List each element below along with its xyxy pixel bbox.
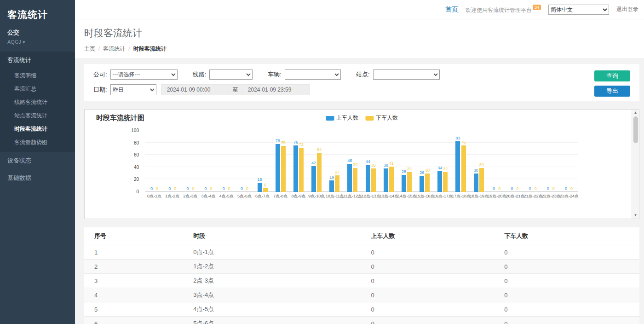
breadcrumb-separator: / [128,46,130,52]
breadcrumb-home[interactable]: 主页 [84,46,95,52]
table-cell: 1 [84,245,190,260]
bar-group: 4264 [308,131,326,192]
breadcrumb-section[interactable]: 客流统计 [103,46,125,52]
date-preset-select[interactable]: 昨日 [110,84,156,95]
bar-value-label: 38 [384,163,388,168]
org-name: 公交 [7,29,68,37]
home-link[interactable]: 首页 [445,6,458,14]
table-row: 32点-3点00 [84,274,639,288]
sidebar-subitem[interactable]: 站点客流统计 [0,109,75,122]
bar-value-label: 75 [281,140,286,145]
bar-value-label: 0 [192,186,194,191]
sidebar-subitem[interactable]: 时段客流统计 [0,122,75,136]
bar-value-label: 0 [186,186,189,191]
x-axis: 0点-1点1点-2点2点-3点3点-4点4点-5点5点-6点6点-7点7点-8点… [145,193,578,199]
sidebar-item-base-data[interactable]: 基础数据 [0,169,75,187]
x-axis-label: 10点-11点 [326,193,344,199]
sidebar-item-passenger-stats[interactable]: 客流统计 [0,52,75,69]
table-row: 43点-4点00 [84,288,639,302]
logout-link[interactable]: 退出登录 [616,6,638,13]
table-cell: 3 [84,274,190,288]
table-cell: 0点-1点 [190,245,367,260]
org-profile[interactable]: 公交 AQGJ ▾ [0,23,75,52]
bar [371,168,376,192]
org-code-dropdown[interactable]: AQGJ ▾ [7,39,68,45]
x-axis-label: 22点-23点 [542,193,560,199]
bar-value-label: 0 [552,186,555,191]
bar-group: 3432 [434,131,452,192]
table-row: 10点-1点00 [84,245,639,260]
app-window: 客流统计 公交 AQGJ ▾ 客流统计 客流明细客流汇总线路客流统计站点客流统计… [0,0,644,324]
bar-group: 00 [524,131,542,192]
vehicle-select[interactable] [285,69,341,80]
table-cell: 0 [368,288,501,302]
bar-group: 00 [236,131,253,192]
chart-header: 时段车流统计图 上车人数 下车人数 [85,110,639,123]
line-select[interactable] [209,69,253,80]
bar-value-label: 76 [461,140,466,145]
export-button[interactable]: 导出 [594,86,630,97]
sidebar-nav: 客流统计 客流明细客流汇总线路客流统计站点客流统计时段客流统计客流量趋势图 设备… [0,52,75,187]
scrollbar-thumb[interactable] [633,116,638,143]
scroll-up-icon[interactable]: ▲ [634,111,638,115]
sidebar-subitem[interactable]: 线路客流统计 [0,96,75,109]
x-axis-label: 12点-13点 [362,193,380,199]
legend-item-alighting[interactable]: 下车人数 [365,114,398,122]
company-select[interactable]: ---请选择--- [110,69,178,80]
bar-value-label: 0 [493,186,495,191]
x-axis-label: 3点-4点 [200,193,218,199]
bar-group: 00 [163,131,181,192]
x-axis-label: 1点-2点 [163,193,181,199]
bar-value-label: 34 [437,166,442,171]
bar-value-label: 0 [156,186,158,191]
bar [281,146,286,192]
x-axis-label: 20点-21点 [506,193,523,199]
date-to-input[interactable] [242,84,310,95]
sidebar-subitem[interactable]: 客流明细 [0,69,75,82]
bar-value-label: 0 [535,186,537,191]
bar [443,172,448,192]
station-select[interactable] [373,69,440,80]
sidebar-item-device-status[interactable]: 设备状态 [0,152,75,169]
bar-group: 3039 [470,131,488,192]
y-axis-tick: 40 [119,165,139,170]
bar [407,172,412,192]
page-title: 时段客流统计 [84,27,644,40]
bar-value-label: 0 [210,186,213,191]
caret-down-icon: ▾ [23,39,25,45]
bar [420,176,424,192]
x-axis-label: 23点-24点 [560,193,578,199]
legend-item-boarding[interactable]: 上车人数 [326,114,358,122]
query-button[interactable]: 查询 [594,70,630,81]
plot-area: 020406080100 000000000000156787576724264… [145,131,578,192]
table-cell: 0 [500,302,639,317]
bar-value-label: 0 [168,186,171,191]
column-header-index: 序号 [84,227,190,245]
sidebar-submenu: 客流明细客流汇总线路客流统计站点客流统计时段客流统计客流量趋势图 [0,69,75,152]
filter-row-2: 日期: 昨日 至 [93,84,590,95]
table-cell: 0 [500,260,639,274]
bar-group: 00 [181,131,199,192]
date-from-input[interactable] [161,84,229,95]
topbar: 首页 欢迎使用客流统计管理平台34 简体中文 退出登录 [75,0,644,19]
x-axis-label: 8点-9点 [289,193,307,199]
sidebar-subitem[interactable]: 客流汇总 [0,82,75,96]
welcome-text: 欢迎使用客流统计管理平台34 [466,5,541,14]
bar-group: 156 [253,131,271,192]
date-to-separator: 至 [229,84,242,95]
bar [276,144,280,192]
bar-value-label: 0 [547,186,549,191]
scroll-down-icon[interactable]: ▼ [634,214,638,217]
table-cell: 0 [368,274,501,288]
breadcrumb-separator: / [98,46,100,52]
language-select[interactable]: 简体中文 [548,5,609,15]
bar-group: 3841 [380,131,397,192]
chart-panel: 时段车流统计图 上车人数 下车人数 [84,109,639,219]
sidebar-subitem[interactable]: 客流量趋势图 [0,136,75,149]
chart-scrollbar[interactable]: ▲ ▼ [632,110,639,219]
bar-value-label: 19 [329,175,334,180]
vehicle-label: 车辆: [268,70,282,79]
bar-group: 00 [542,131,560,192]
bar-value-label: 46 [347,158,352,163]
column-header-boarding: 上车人数 [368,227,501,245]
